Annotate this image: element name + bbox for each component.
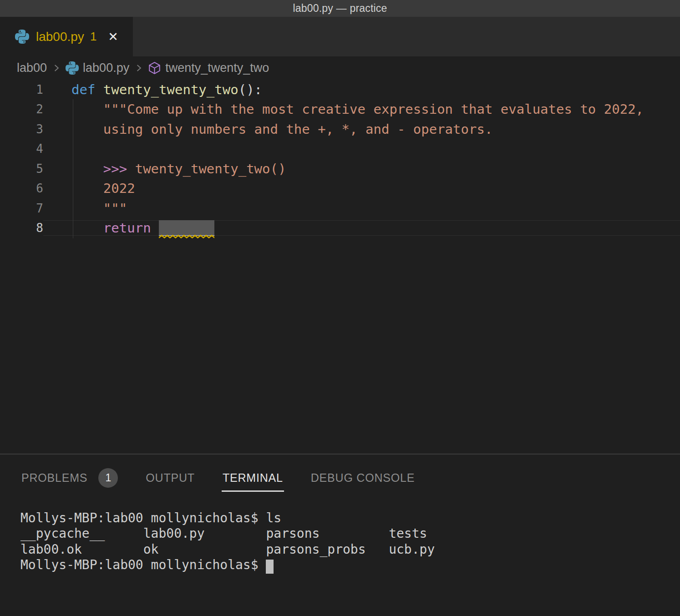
code-text: return _______ — [43, 220, 680, 236]
warning-squiggle-icon — [159, 234, 214, 239]
code-line[interactable]: 6 2022 — [0, 179, 680, 199]
tab-problems-badge: 1 — [90, 30, 96, 44]
code-text: def twenty_twenty_two(): — [43, 82, 680, 97]
terminal-line: Mollys-MBP:lab00 mollynicholas$ ls — [20, 510, 680, 526]
terminal-prompt-line[interactable]: Mollys-MBP:lab00 mollynicholas$ — [20, 557, 680, 573]
symbol-method-cube-icon — [148, 61, 161, 75]
line-number: 6 — [0, 182, 43, 195]
terminal-line: lab00.ok ok parsons_probs ucb.py — [20, 542, 680, 557]
code-text: >>> twenty_twenty_two() — [43, 161, 680, 177]
code-line[interactable]: 4 — [0, 139, 680, 159]
title-bar[interactable]: lab00.py — practice — [0, 0, 680, 17]
panel-tab-label: TERMINAL — [223, 471, 283, 485]
terminal-output[interactable]: Mollys-MBP:lab00 mollynicholas$ ls __pyc… — [20, 510, 680, 573]
panel-tab-output[interactable]: OUTPUT — [145, 459, 196, 492]
breadcrumb-file[interactable]: lab00.py — [83, 61, 129, 75]
line-number: 1 — [0, 83, 43, 96]
line-number: 8 — [0, 221, 43, 235]
breadcrumb: lab00 lab00.py twenty_twenty_two — [0, 56, 680, 80]
vscode-window: lab00.py — practice lab00.py 1 ✕ lab00 l… — [0, 0, 680, 616]
panel-tab-debug-console[interactable]: DEBUG CONSOLE — [310, 459, 416, 492]
panel-tab-label: PROBLEMS — [21, 471, 87, 485]
code-line[interactable]: 2 """Come up with the most creative expr… — [0, 100, 680, 120]
python-file-icon — [66, 61, 79, 75]
panel-tab-terminal[interactable]: TERMINAL — [222, 459, 284, 492]
line-number: 2 — [0, 102, 43, 116]
line-number: 3 — [0, 122, 43, 136]
editor-tab-strip: lab00.py 1 ✕ — [0, 17, 680, 56]
indent-guide — [73, 99, 73, 238]
code-line[interactable]: 1 def twenty_twenty_two(): — [0, 80, 680, 100]
code-line[interactable]: 5 >>> twenty_twenty_two() — [0, 159, 680, 179]
code-text: 2022 — [43, 181, 680, 196]
code-text: using only numbers and the +, *, and - o… — [43, 121, 680, 137]
tab-lab00-py[interactable]: lab00.py 1 ✕ — [0, 17, 133, 56]
breadcrumb-symbol[interactable]: twenty_twenty_two — [165, 61, 269, 75]
panel-tab-label: DEBUG CONSOLE — [311, 471, 415, 485]
line-number: 7 — [0, 202, 43, 215]
window-title: lab00.py — practice — [293, 2, 387, 15]
problems-count-badge: 1 — [98, 468, 118, 488]
terminal-line: __pycache__ lab00.py parsons tests — [20, 526, 680, 541]
chevron-right-icon — [51, 63, 61, 73]
breadcrumb-folder[interactable]: lab00 — [17, 61, 47, 75]
code-line[interactable]: 7 """ — [0, 198, 680, 218]
python-file-icon — [15, 30, 29, 44]
tab-close-icon[interactable]: ✕ — [108, 30, 118, 44]
placeholder-text: _______ — [159, 220, 214, 236]
chevron-right-icon — [133, 63, 144, 73]
code-line[interactable]: 3 using only numbers and the +, *, and -… — [0, 119, 680, 139]
line-number: 4 — [0, 142, 43, 156]
panel-tab-label: OUTPUT — [146, 471, 195, 485]
code-placeholder-selection[interactable]: _______ — [159, 220, 214, 236]
terminal-cursor — [266, 560, 274, 574]
code-text: """ — [43, 201, 680, 216]
code-text: """Come up with the most creative expres… — [43, 101, 680, 117]
panel-tab-problems[interactable]: PROBLEMS 1 — [20, 456, 119, 495]
code-line-current[interactable]: 8 return _______ — [0, 218, 680, 238]
line-number: 5 — [0, 162, 43, 176]
tab-filename: lab00.py — [36, 30, 84, 44]
panel-tab-bar: PROBLEMS 1 OUTPUT TERMINAL DEBUG CONSOLE — [0, 454, 680, 496]
code-editor[interactable]: 1 def twenty_twenty_two(): 2 """Come up … — [0, 80, 680, 454]
